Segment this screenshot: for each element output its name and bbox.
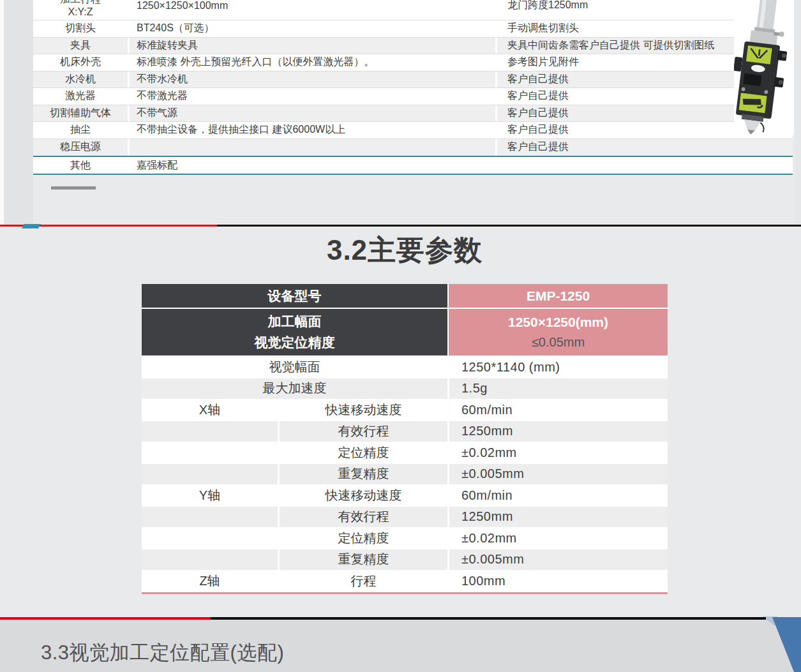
param-value: 1250mm: [447, 421, 668, 442]
param-name: 定位精度: [278, 528, 447, 549]
work-area-value: 1250×1250(mm): [508, 315, 608, 330]
table-row: 激光器 不带激光器 客户自己提供: [33, 88, 793, 105]
spec-label: 加工行程 X:Y:Z: [33, 0, 128, 20]
table-row: 抽尘 不带抽尘设备，提供抽尘接口 建议6000W以上 客户自己提供: [33, 122, 793, 139]
table-row: 重复精度 ±0.005mm: [142, 549, 668, 571]
param-name: 视觉幅面: [142, 357, 447, 378]
param-value: 1.5g: [447, 378, 668, 399]
teal-rule-bottom: [33, 174, 793, 175]
param-value: 100mm: [447, 571, 668, 592]
param-name: 重复精度: [278, 549, 447, 571]
spec-value: BT240S（可选）: [128, 20, 495, 37]
spec-value: 不带激光器: [128, 88, 495, 105]
vision-accuracy-label: 视觉定位精度: [255, 334, 335, 352]
table-row: 夹具 标准旋转夹具 夹具中间齿条需客户自己提供 可提供切割图纸: [33, 38, 793, 55]
page-right-margin: [795, 0, 801, 225]
table-row: 切割辅助气体 不带气源 客户自己提供: [33, 105, 793, 123]
spec-label: 机床外壳: [33, 54, 128, 71]
spec-label-line2: X:Y:Z: [68, 6, 93, 19]
laser-cutting-head-icon: [734, 0, 794, 135]
param-name: 定位精度: [278, 442, 447, 463]
divider-rule-black: [211, 617, 766, 620]
laser-cutting-head-image: [734, 0, 794, 135]
spec-value: 嘉强标配: [128, 157, 495, 174]
header-labels: 加工幅面 视觉定位精度: [142, 309, 447, 355]
spec-value: 标准喷漆 外壳上预留光纤入口（以便外置激光器）。: [128, 54, 495, 71]
section-33-title: 3.3视觉加工定位配置(选配): [41, 639, 284, 666]
spec-value: 1250×1250×100mm: [128, 0, 495, 20]
spec-label: 激光器: [33, 88, 128, 105]
parameters-table: 设备型号 EMP-1250 加工幅面 视觉定位精度 1250×1250(mm) …: [142, 284, 668, 594]
spec-note: 客户自己提供: [495, 139, 793, 156]
spec-value: 不带气源: [128, 105, 495, 122]
table-row: 切割头 BT240S（可选） 手动调焦切割头: [33, 20, 793, 38]
table-row: 最大加速度 1.5g: [142, 378, 668, 399]
spec-label: 其他: [33, 157, 128, 174]
table-row: 机床外壳 标准喷漆 外壳上预留光纤入口（以便外置激光器）。 参考图片见附件: [33, 54, 793, 71]
table-row: Y轴 快速移动速度 60m/min: [142, 485, 668, 506]
spec-table: 加工行程 X:Y:Z 1250×1250×100mm 龙门跨度1250mm 切割…: [33, 0, 793, 175]
work-area-label: 加工幅面: [268, 313, 322, 331]
table-row: 重复精度 ±0.005mm: [142, 464, 668, 485]
table-row: 视觉幅面 1250*1140 (mm): [142, 357, 668, 378]
divider-rule-red: [0, 617, 211, 620]
spec-label: 夹具: [33, 38, 128, 54]
param-name: 最大加速度: [142, 378, 447, 399]
vision-accuracy-value: ≤0.05mm: [532, 335, 585, 350]
spec-label-line1: 加工行程: [60, 0, 101, 6]
param-value: 1250*1140 (mm): [447, 357, 668, 378]
model-label: 设备型号: [142, 284, 447, 308]
table-header-row: 加工幅面 视觉定位精度 1250×1250(mm) ≤0.05mm: [142, 309, 668, 355]
model-value: EMP-1250: [449, 284, 668, 308]
spec-label: 水冷机: [33, 71, 128, 88]
axis-name: [142, 421, 278, 442]
axis-name: [142, 464, 278, 485]
param-value: ±0.02mm: [447, 528, 668, 549]
table-header-row: 设备型号 EMP-1250: [142, 284, 668, 308]
header-values: 1250×1250(mm) ≤0.05mm: [449, 309, 668, 355]
table-row: 水冷机 不带水冷机 客户自己提供: [33, 71, 793, 89]
param-value: 1250mm: [447, 507, 668, 528]
param-name: 快速移动速度: [278, 485, 447, 506]
table-row: 稳压电源 客户自己提供: [33, 139, 793, 156]
table-row: X轴 快速移动速度 60m/min: [142, 399, 668, 421]
param-name: 行程: [278, 571, 447, 592]
param-value: ±0.005mm: [447, 549, 668, 571]
axis-name: [142, 549, 278, 571]
table-row: 定位精度 ±0.02mm: [142, 528, 668, 549]
spec-note: [495, 157, 793, 174]
gray-dash-decoration: [51, 186, 96, 190]
section-32-title: 3.2主要参数: [142, 232, 668, 269]
axis-name: Z轴: [142, 571, 278, 592]
divider-teal-accent: [22, 224, 41, 228]
param-name: 快速移动速度: [278, 399, 447, 421]
page-left-margin: [4, 0, 33, 225]
table-bottom-pink-rule: [142, 592, 668, 594]
table-row: 有效行程 1250mm: [142, 507, 668, 528]
param-value: ±0.02mm: [447, 442, 668, 463]
spec-label: 稳压电源: [33, 139, 128, 156]
spec-value: 不带抽尘设备，提供抽尘接口 建议6000W以上: [128, 122, 495, 138]
spec-label: 切割头: [33, 20, 128, 37]
spec-label: 抽尘: [33, 122, 128, 138]
param-value: ±0.005mm: [447, 464, 668, 485]
table-row: 有效行程 1250mm: [142, 421, 668, 442]
table-row: Z轴 行程 100mm: [142, 571, 668, 592]
axis-name: X轴: [142, 399, 278, 421]
param-name: 重复精度: [278, 464, 447, 485]
spec-value: 不带水冷机: [128, 71, 495, 88]
param-name: 有效行程: [278, 421, 447, 442]
axis-name: [142, 507, 278, 528]
divider-rule-black: [217, 225, 801, 227]
table-row: 其他 嘉强标配: [33, 157, 793, 174]
table-row: 定位精度 ±0.02mm: [142, 442, 668, 463]
axis-name: Y轴: [142, 485, 278, 506]
spec-label: 切割辅助气体: [33, 105, 128, 122]
spec-value: 标准旋转夹具: [128, 38, 495, 54]
spec-value: [128, 139, 495, 156]
param-value: 60m/min: [447, 485, 668, 506]
param-value: 60m/min: [447, 399, 668, 421]
axis-name: [142, 528, 278, 549]
param-name: 有效行程: [278, 507, 447, 528]
axis-name: [142, 442, 278, 463]
